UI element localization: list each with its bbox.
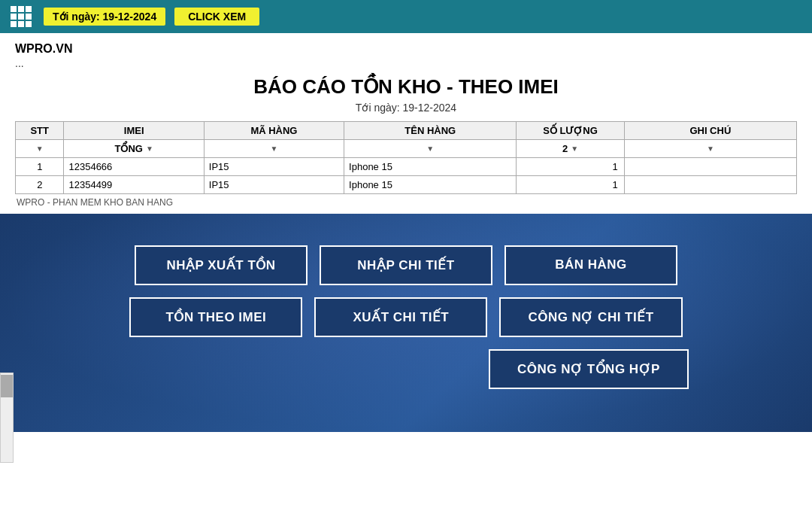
bottom-panel: NHẬP XUẤT TỒN NHẬP CHI TIẾT BÁN HÀNG TỒN… [0, 214, 812, 432]
table-row: 1 12354666 IP15 Iphone 15 1 [16, 158, 797, 176]
col-header-stt: STT [16, 122, 64, 140]
cell-stt: 2 [16, 176, 64, 194]
table-row: 2 12354499 IP15 Iphone 15 1 [16, 176, 797, 194]
btn-row-3: CÔNG NỢ TỔNG HỢP [489, 349, 689, 389]
cell-soluong: 1 [517, 176, 624, 194]
grid-icon [11, 6, 32, 27]
cong-no-chi-tiet-button[interactable]: CÔNG NỢ CHI TIẾT [499, 297, 682, 337]
filter-mahang[interactable]: ▼ [204, 140, 344, 158]
col-header-mahang: MÃ HÀNG [204, 122, 344, 140]
col-header-imei: IMEI [64, 122, 204, 140]
btn-row-2: TỒN THEO IMEI XUẤT CHI TIẾT CÔNG NỢ CHI … [129, 297, 682, 337]
ton-theo-imei-button[interactable]: TỒN THEO IMEI [129, 297, 302, 337]
cell-tenhang: Iphone 15 [344, 176, 517, 194]
cell-mahang: IP15 [204, 158, 344, 176]
filter-stt[interactable]: ▼ [16, 140, 64, 158]
main-content: WPRO.VN ... BÁO CÁO TỒN KHO - THEO IMEI … [0, 33, 812, 214]
btn-row-1: NHẬP XUẤT TỒN NHẬP CHI TIẾT BÁN HÀNG [135, 245, 677, 285]
cell-ghichu [624, 158, 796, 176]
ban-hang-button[interactable]: BÁN HÀNG [504, 245, 677, 285]
col-header-soluong: SỐ LƯỢNG [517, 122, 624, 140]
cell-mahang: IP15 [204, 176, 344, 194]
nhap-xuat-ton-button[interactable]: NHẬP XUẤT TỒN [135, 245, 308, 285]
filter-ghichu[interactable]: ▼ [624, 140, 796, 158]
cell-stt: 1 [16, 158, 64, 176]
cell-soluong: 1 [517, 158, 624, 176]
site-title: WPRO.VN [15, 42, 797, 56]
footer-label: WPRO - PHAN MEM KHO BAN HANG [15, 194, 797, 209]
click-xem-button[interactable]: CLICK XEM [174, 8, 259, 26]
grid-icon-button[interactable] [8, 3, 35, 30]
report-title: BÁO CÁO TỒN KHO - THEO IMEI [15, 75, 797, 99]
filter-soluong[interactable]: 2▼ [517, 140, 624, 158]
xuat-chi-tiet-button[interactable]: XUẤT CHI TIẾT [314, 297, 487, 337]
inventory-table: STT IMEI MÃ HÀNG TÊN HÀNG SỐ LƯỢNG GHI C… [15, 121, 797, 194]
tong-label: TỔNG [114, 143, 142, 154]
ellipsis-text: ... [15, 57, 797, 69]
cong-no-tong-hop-button[interactable]: CÔNG NỢ TỔNG HỢP [489, 349, 689, 389]
nhap-chi-tiet-button[interactable]: NHẬP CHI TIẾT [320, 245, 492, 285]
top-bar: Tới ngày: 19-12-2024 CLICK XEM [0, 0, 812, 33]
date-label: Tới ngày: 19-12-2024 [44, 8, 165, 26]
filter-tenhang[interactable]: ▼ [344, 140, 517, 158]
col-header-tenhang: TÊN HÀNG [344, 122, 517, 140]
cell-imei: 12354666 [64, 158, 204, 176]
cell-imei: 12354499 [64, 176, 204, 194]
scrollbar[interactable] [0, 373, 14, 463]
scroll-thumb [1, 375, 13, 397]
table-body: 1 12354666 IP15 Iphone 15 1 2 12354499 I… [16, 158, 797, 194]
filter-imei[interactable]: TỔNG▼ [64, 140, 204, 158]
report-date: Tới ngày: 19-12-2024 [15, 102, 797, 114]
col-header-ghichu: GHI CHÚ [624, 122, 796, 140]
cell-ghichu [624, 176, 796, 194]
cell-tenhang: Iphone 15 [344, 158, 517, 176]
tong-soluong: 2 [562, 143, 568, 154]
